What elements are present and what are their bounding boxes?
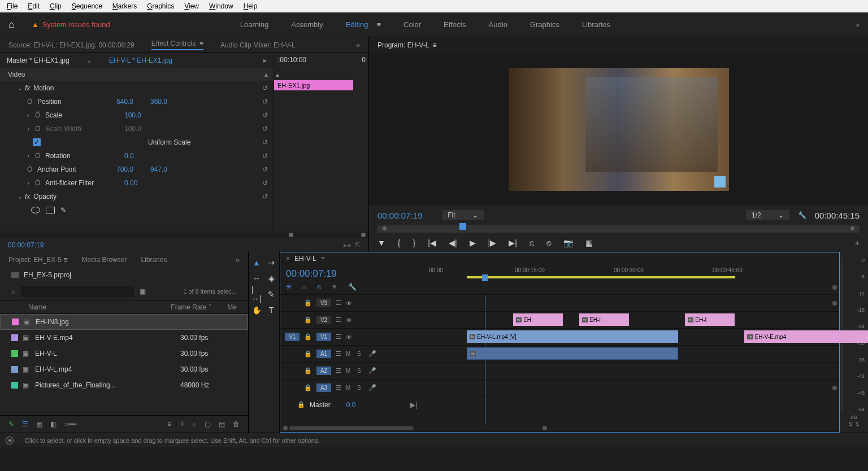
position-x[interactable]: 640.0 <box>116 98 150 106</box>
resolution-dropdown[interactable]: 1/2⌄ <box>746 210 789 220</box>
playhead[interactable] <box>482 274 488 281</box>
reset-icon[interactable]: ↺ <box>262 165 268 173</box>
menu-help[interactable]: Help <box>239 1 262 11</box>
solo-left[interactable]: S <box>849 421 852 427</box>
expand-icon[interactable]: › <box>27 179 35 187</box>
clip[interactable]: fxEH-I <box>579 313 629 326</box>
program-scrubber[interactable] <box>377 225 860 233</box>
reset-icon[interactable]: ↺ <box>262 98 268 106</box>
clip[interactable]: fx <box>467 347 678 360</box>
delete-icon[interactable]: 🗑 <box>233 420 240 428</box>
button-editor-icon[interactable]: + <box>855 238 860 247</box>
sync-lock-icon[interactable]: ☰ <box>336 384 341 391</box>
new-bin-icon[interactable]: ▢ <box>205 420 211 428</box>
reset-icon[interactable]: ↺ <box>262 152 268 160</box>
selection-tool-icon[interactable]: ▲ <box>251 258 262 268</box>
label-swatch[interactable] <box>11 382 18 389</box>
stopwatch-icon[interactable]: Ö <box>35 179 43 187</box>
voice-over-icon[interactable]: 🎤 <box>368 350 376 357</box>
menu-window[interactable]: Window <box>205 1 238 11</box>
program-timecode[interactable]: 00:00:07:19 <box>377 211 422 220</box>
lift-icon[interactable]: ⎌ <box>530 238 534 247</box>
timeline-zoom-scroll[interactable] <box>280 424 839 432</box>
tab-effect-controls[interactable]: Effect Controls ≡ <box>151 40 203 50</box>
timeline-timecode[interactable]: 00:00:07:19 <box>286 268 416 280</box>
solo-button[interactable]: S <box>357 351 364 357</box>
scroll-thumb[interactable] <box>289 233 293 237</box>
eye-icon[interactable]: 👁 <box>346 317 352 324</box>
timeline-content[interactable]: fxEHfxEH-IfxEH-IfxEH-I fxEH-V-L.mp4 [V]f… <box>422 294 839 424</box>
label-swatch[interactable] <box>11 366 18 373</box>
menu-file[interactable]: File <box>2 1 22 11</box>
antiflicker-val[interactable]: 0.00 <box>124 179 158 187</box>
reset-icon[interactable]: ↺ <box>262 138 268 146</box>
clip[interactable]: fxEH-V-E.mp4 <box>744 330 868 343</box>
menu-graphics[interactable]: Graphics <box>142 1 179 11</box>
sequence-name[interactable]: EH-V-L <box>294 255 316 263</box>
lock-icon[interactable]: 🔒 <box>304 316 312 324</box>
lock-icon[interactable]: 🔒 <box>304 367 312 374</box>
pen-mask-icon[interactable]: ✎ <box>60 206 66 214</box>
clip[interactable]: fxEH-I <box>685 313 735 326</box>
voice-over-icon[interactable]: 🎤 <box>368 367 376 374</box>
new-item-icon[interactable]: ▤ <box>219 420 225 428</box>
collapse-icon[interactable]: ▴ <box>264 71 268 78</box>
snap-icon[interactable]: ∩ <box>302 283 307 291</box>
home-icon[interactable]: ⌂ <box>8 19 15 30</box>
mark-in-icon[interactable]: { <box>398 238 401 247</box>
menu-clip[interactable]: Clip <box>45 1 66 11</box>
panel-menu-icon[interactable]: ≡ <box>321 255 325 263</box>
rect-mask-icon[interactable] <box>46 207 55 213</box>
play-icon[interactable]: ▸ <box>263 56 267 64</box>
mute-button[interactable]: M <box>346 385 353 391</box>
sync-lock-icon[interactable]: ☰ <box>336 299 341 307</box>
stopwatch-icon[interactable]: Ö <box>27 165 35 173</box>
reset-icon[interactable]: ↺ <box>262 125 268 133</box>
fx-motion-row[interactable]: ⌄ fx Motion ↺ <box>0 81 274 95</box>
anchor-x[interactable]: 700.0 <box>116 165 150 173</box>
step-forward-icon[interactable]: |▶ <box>488 238 497 247</box>
stopwatch-icon[interactable]: Ö <box>27 98 35 106</box>
expand-icon[interactable]: › <box>27 111 35 119</box>
in-point[interactable] <box>383 226 387 230</box>
zoom-slider[interactable]: ○━━ <box>64 420 76 428</box>
track-target-a1[interactable]: A1 <box>316 350 331 358</box>
track-target-v2[interactable]: V2 <box>316 316 331 324</box>
project-item[interactable]: ▣ EH-V-E.mp4 30.00 fps <box>0 330 248 346</box>
fx-opacity-row[interactable]: ⌄ fx Opacity ↺ <box>0 190 274 203</box>
workspace-color[interactable]: Color <box>403 20 421 29</box>
export-icon[interactable]: ⇱ <box>355 241 361 249</box>
zoom-handle-left[interactable] <box>283 426 288 430</box>
timeline-ruler[interactable]: :00:00 00:00:15:00 00:00:30:00 00:00:45:… <box>422 265 839 293</box>
workspace-learning[interactable]: Learning <box>240 20 269 29</box>
tab-project[interactable]: Project: EH_EX-5 ≡ <box>8 256 67 264</box>
track-target-v1[interactable]: V1 <box>316 333 331 341</box>
label-swatch[interactable] <box>11 334 18 341</box>
lock-icon[interactable]: 🔒 <box>297 401 305 408</box>
work-area-bar[interactable] <box>467 276 735 278</box>
mute-button[interactable]: M <box>346 368 353 374</box>
workspace-menu-icon[interactable]: ≡ <box>376 20 381 29</box>
solo-right[interactable]: S <box>856 421 859 427</box>
track-target-v3[interactable]: V3 <box>316 299 331 307</box>
expand-icon[interactable]: › <box>27 152 35 160</box>
play-icon[interactable]: ▶ <box>470 238 476 247</box>
auto-sequence-icon[interactable]: ⊪ <box>179 420 185 428</box>
master-clip-label[interactable]: Master * EH-EX1.jpg <box>7 56 70 64</box>
stopwatch-icon[interactable]: Ö <box>35 152 43 160</box>
workspace-graphics[interactable]: Graphics <box>530 20 559 29</box>
linked-selection-icon[interactable]: ⎋ <box>317 283 321 291</box>
menu-sequence[interactable]: Sequence <box>67 1 107 11</box>
workspace-editing[interactable]: Editing <box>346 20 368 29</box>
lock-icon[interactable]: 🔒 <box>304 299 312 307</box>
sequence-clip-label[interactable]: EH-V-L * EH-EX1.jpg <box>109 56 172 64</box>
settings-icon[interactable]: 🔧 <box>798 211 806 219</box>
expand-icon[interactable]: ⌄ <box>17 193 25 200</box>
sort-icon[interactable]: ≡ <box>167 420 171 428</box>
col-name[interactable]: Name <box>28 303 171 311</box>
freeform-view-icon[interactable]: ◧ <box>50 420 57 428</box>
scale-val[interactable]: 100.0 <box>124 111 158 119</box>
reset-icon[interactable]: ↺ <box>262 179 268 187</box>
extract-icon[interactable]: ⎋ <box>546 238 551 247</box>
track-target-a2[interactable]: A2 <box>316 367 331 375</box>
